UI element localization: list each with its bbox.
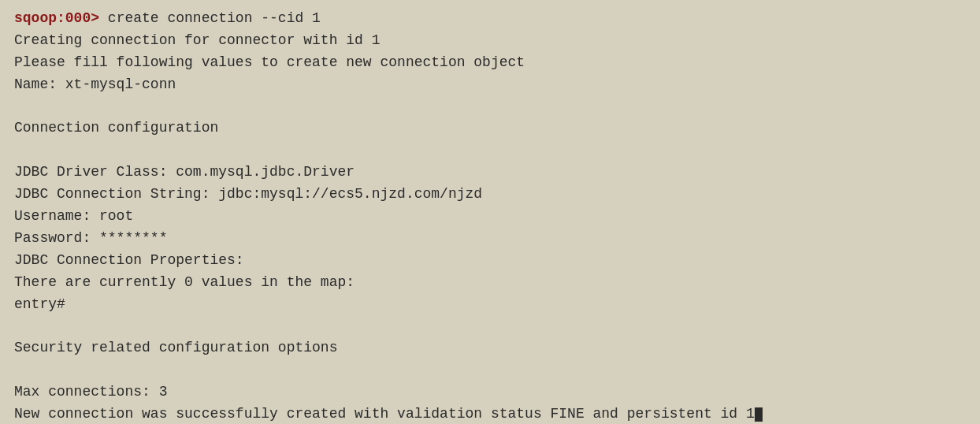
output-text: JDBC Connection Properties:	[14, 252, 244, 268]
output-line: Security related configuration options	[14, 337, 966, 359]
output-line: JDBC Connection String: jdbc:mysql://ecs…	[14, 184, 966, 206]
empty-line	[14, 96, 966, 118]
output-text: Username: root	[14, 208, 133, 224]
output-text: Password: ********	[14, 230, 167, 246]
prompt-command: create connection --cid 1	[108, 10, 321, 26]
output-text: New connection was successfully created …	[14, 406, 755, 422]
output-text: Please fill following values to create n…	[14, 54, 525, 70]
output-line: Password: ********	[14, 228, 966, 250]
terminal-cursor	[755, 407, 763, 422]
output-text: Connection configuration	[14, 120, 218, 136]
output-line: JDBC Connection Properties:	[14, 250, 966, 272]
output-line: entry#	[14, 294, 966, 316]
output-line: Username: root	[14, 206, 966, 228]
output-line: JDBC Driver Class: com.mysql.jdbc.Driver	[14, 162, 966, 184]
output-text: Creating connection for connector with i…	[14, 32, 380, 48]
output-text: There are currently 0 values in the map:	[14, 274, 355, 290]
output-text: Security related configuration options	[14, 340, 337, 355]
terminal-window: sqoop:000> create connection --cid 1Crea…	[14, 8, 966, 424]
empty-line	[14, 315, 966, 337]
output-text: Max connections: 3	[14, 384, 167, 400]
output-line: There are currently 0 values in the map:	[14, 272, 966, 294]
output-line: Max connections: 3	[14, 381, 966, 404]
output-text: JDBC Driver Class: com.mysql.jdbc.Driver	[14, 164, 355, 180]
prompt-line: sqoop:000> create connection --cid 1	[14, 8, 966, 30]
output-line: Name: xt-mysql-conn	[14, 74, 966, 96]
prompt-label: sqoop:000>	[14, 10, 108, 26]
output-line: New connection was successfully created …	[14, 404, 966, 424]
output-line: Creating connection for connector with i…	[14, 30, 966, 52]
output-line: Connection configuration	[14, 117, 966, 139]
empty-line	[14, 359, 966, 381]
output-line: Please fill following values to create n…	[14, 52, 966, 74]
output-text: entry#	[14, 296, 65, 312]
empty-line	[14, 139, 966, 162]
output-text: JDBC Connection String: jdbc:mysql://ecs…	[14, 186, 482, 202]
output-text: Name: xt-mysql-conn	[14, 76, 176, 92]
